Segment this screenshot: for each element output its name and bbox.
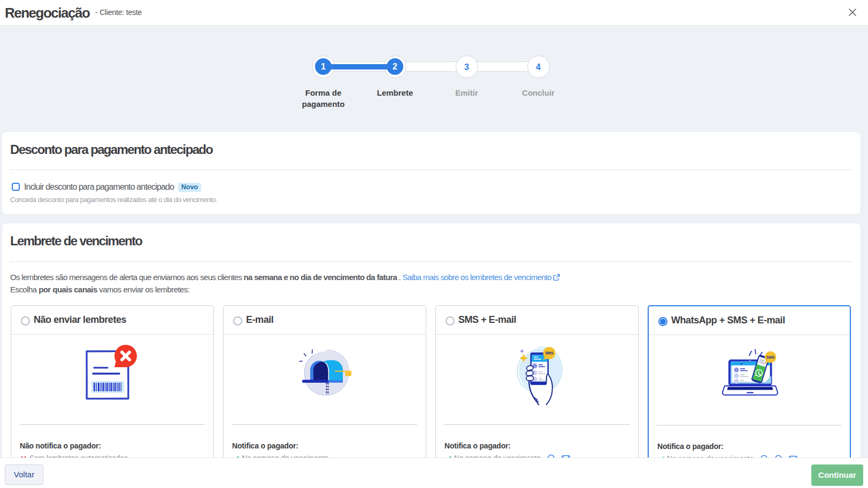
svg-text:SMS: SMS [545,351,554,355]
svg-text:SMS: SMS [766,355,775,359]
